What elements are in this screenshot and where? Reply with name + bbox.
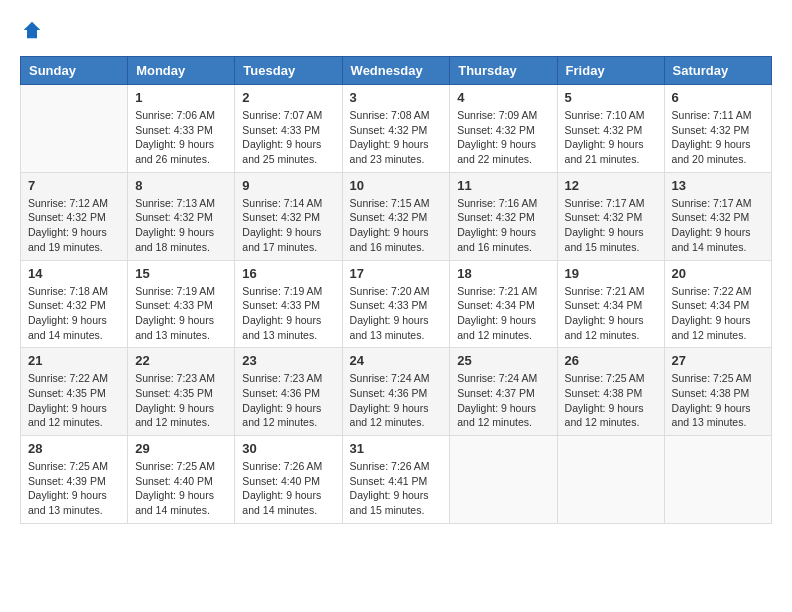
calendar-week-row: 1Sunrise: 7:06 AM Sunset: 4:33 PM Daylig… bbox=[21, 85, 772, 173]
weekday-header: Sunday bbox=[21, 57, 128, 85]
day-info: Sunrise: 7:10 AM Sunset: 4:32 PM Dayligh… bbox=[565, 108, 657, 167]
calendar-day-cell bbox=[664, 436, 771, 524]
day-number: 12 bbox=[565, 178, 657, 193]
calendar-day-cell: 29Sunrise: 7:25 AM Sunset: 4:40 PM Dayli… bbox=[128, 436, 235, 524]
day-number: 24 bbox=[350, 353, 443, 368]
weekday-header: Tuesday bbox=[235, 57, 342, 85]
calendar-day-cell: 23Sunrise: 7:23 AM Sunset: 4:36 PM Dayli… bbox=[235, 348, 342, 436]
day-info: Sunrise: 7:19 AM Sunset: 4:33 PM Dayligh… bbox=[135, 284, 227, 343]
calendar-day-cell: 22Sunrise: 7:23 AM Sunset: 4:35 PM Dayli… bbox=[128, 348, 235, 436]
calendar-day-cell bbox=[557, 436, 664, 524]
day-number: 6 bbox=[672, 90, 764, 105]
day-number: 8 bbox=[135, 178, 227, 193]
day-number: 14 bbox=[28, 266, 120, 281]
day-number: 11 bbox=[457, 178, 549, 193]
calendar-day-cell: 8Sunrise: 7:13 AM Sunset: 4:32 PM Daylig… bbox=[128, 172, 235, 260]
day-info: Sunrise: 7:22 AM Sunset: 4:34 PM Dayligh… bbox=[672, 284, 764, 343]
calendar-day-cell bbox=[21, 85, 128, 173]
calendar-day-cell: 14Sunrise: 7:18 AM Sunset: 4:32 PM Dayli… bbox=[21, 260, 128, 348]
calendar-day-cell: 19Sunrise: 7:21 AM Sunset: 4:34 PM Dayli… bbox=[557, 260, 664, 348]
day-number: 20 bbox=[672, 266, 764, 281]
calendar-day-cell: 27Sunrise: 7:25 AM Sunset: 4:38 PM Dayli… bbox=[664, 348, 771, 436]
svg-marker-0 bbox=[24, 22, 41, 39]
day-info: Sunrise: 7:23 AM Sunset: 4:36 PM Dayligh… bbox=[242, 371, 334, 430]
day-info: Sunrise: 7:24 AM Sunset: 4:37 PM Dayligh… bbox=[457, 371, 549, 430]
day-info: Sunrise: 7:13 AM Sunset: 4:32 PM Dayligh… bbox=[135, 196, 227, 255]
day-number: 25 bbox=[457, 353, 549, 368]
weekday-header: Friday bbox=[557, 57, 664, 85]
day-info: Sunrise: 7:15 AM Sunset: 4:32 PM Dayligh… bbox=[350, 196, 443, 255]
day-info: Sunrise: 7:07 AM Sunset: 4:33 PM Dayligh… bbox=[242, 108, 334, 167]
day-number: 4 bbox=[457, 90, 549, 105]
day-number: 19 bbox=[565, 266, 657, 281]
calendar-day-cell: 13Sunrise: 7:17 AM Sunset: 4:32 PM Dayli… bbox=[664, 172, 771, 260]
day-number: 1 bbox=[135, 90, 227, 105]
calendar-day-cell: 3Sunrise: 7:08 AM Sunset: 4:32 PM Daylig… bbox=[342, 85, 450, 173]
calendar-day-cell: 1Sunrise: 7:06 AM Sunset: 4:33 PM Daylig… bbox=[128, 85, 235, 173]
calendar-day-cell: 4Sunrise: 7:09 AM Sunset: 4:32 PM Daylig… bbox=[450, 85, 557, 173]
calendar-day-cell: 28Sunrise: 7:25 AM Sunset: 4:39 PM Dayli… bbox=[21, 436, 128, 524]
day-number: 16 bbox=[242, 266, 334, 281]
calendar-day-cell: 7Sunrise: 7:12 AM Sunset: 4:32 PM Daylig… bbox=[21, 172, 128, 260]
calendar-day-cell: 16Sunrise: 7:19 AM Sunset: 4:33 PM Dayli… bbox=[235, 260, 342, 348]
day-info: Sunrise: 7:06 AM Sunset: 4:33 PM Dayligh… bbox=[135, 108, 227, 167]
calendar-day-cell: 31Sunrise: 7:26 AM Sunset: 4:41 PM Dayli… bbox=[342, 436, 450, 524]
weekday-header: Thursday bbox=[450, 57, 557, 85]
day-info: Sunrise: 7:26 AM Sunset: 4:40 PM Dayligh… bbox=[242, 459, 334, 518]
day-number: 23 bbox=[242, 353, 334, 368]
day-number: 17 bbox=[350, 266, 443, 281]
calendar-day-cell: 11Sunrise: 7:16 AM Sunset: 4:32 PM Dayli… bbox=[450, 172, 557, 260]
day-info: Sunrise: 7:18 AM Sunset: 4:32 PM Dayligh… bbox=[28, 284, 120, 343]
calendar-day-cell: 12Sunrise: 7:17 AM Sunset: 4:32 PM Dayli… bbox=[557, 172, 664, 260]
day-info: Sunrise: 7:12 AM Sunset: 4:32 PM Dayligh… bbox=[28, 196, 120, 255]
calendar-day-cell: 30Sunrise: 7:26 AM Sunset: 4:40 PM Dayli… bbox=[235, 436, 342, 524]
calendar-day-cell: 24Sunrise: 7:24 AM Sunset: 4:36 PM Dayli… bbox=[342, 348, 450, 436]
day-info: Sunrise: 7:20 AM Sunset: 4:33 PM Dayligh… bbox=[350, 284, 443, 343]
day-info: Sunrise: 7:24 AM Sunset: 4:36 PM Dayligh… bbox=[350, 371, 443, 430]
calendar-header-row: SundayMondayTuesdayWednesdayThursdayFrid… bbox=[21, 57, 772, 85]
page-header bbox=[20, 20, 772, 40]
calendar-day-cell: 21Sunrise: 7:22 AM Sunset: 4:35 PM Dayli… bbox=[21, 348, 128, 436]
day-number: 7 bbox=[28, 178, 120, 193]
calendar-day-cell: 25Sunrise: 7:24 AM Sunset: 4:37 PM Dayli… bbox=[450, 348, 557, 436]
logo bbox=[20, 20, 42, 40]
calendar-day-cell: 15Sunrise: 7:19 AM Sunset: 4:33 PM Dayli… bbox=[128, 260, 235, 348]
day-number: 29 bbox=[135, 441, 227, 456]
day-number: 10 bbox=[350, 178, 443, 193]
day-info: Sunrise: 7:11 AM Sunset: 4:32 PM Dayligh… bbox=[672, 108, 764, 167]
calendar-day-cell bbox=[450, 436, 557, 524]
day-info: Sunrise: 7:14 AM Sunset: 4:32 PM Dayligh… bbox=[242, 196, 334, 255]
calendar-day-cell: 2Sunrise: 7:07 AM Sunset: 4:33 PM Daylig… bbox=[235, 85, 342, 173]
day-info: Sunrise: 7:17 AM Sunset: 4:32 PM Dayligh… bbox=[565, 196, 657, 255]
calendar-day-cell: 17Sunrise: 7:20 AM Sunset: 4:33 PM Dayli… bbox=[342, 260, 450, 348]
calendar-day-cell: 18Sunrise: 7:21 AM Sunset: 4:34 PM Dayli… bbox=[450, 260, 557, 348]
day-info: Sunrise: 7:08 AM Sunset: 4:32 PM Dayligh… bbox=[350, 108, 443, 167]
day-number: 3 bbox=[350, 90, 443, 105]
day-number: 13 bbox=[672, 178, 764, 193]
day-info: Sunrise: 7:25 AM Sunset: 4:38 PM Dayligh… bbox=[565, 371, 657, 430]
calendar-week-row: 7Sunrise: 7:12 AM Sunset: 4:32 PM Daylig… bbox=[21, 172, 772, 260]
calendar-day-cell: 20Sunrise: 7:22 AM Sunset: 4:34 PM Dayli… bbox=[664, 260, 771, 348]
day-number: 5 bbox=[565, 90, 657, 105]
day-number: 22 bbox=[135, 353, 227, 368]
calendar-day-cell: 10Sunrise: 7:15 AM Sunset: 4:32 PM Dayli… bbox=[342, 172, 450, 260]
day-number: 27 bbox=[672, 353, 764, 368]
weekday-header: Wednesday bbox=[342, 57, 450, 85]
day-info: Sunrise: 7:09 AM Sunset: 4:32 PM Dayligh… bbox=[457, 108, 549, 167]
calendar-table: SundayMondayTuesdayWednesdayThursdayFrid… bbox=[20, 56, 772, 524]
day-info: Sunrise: 7:25 AM Sunset: 4:38 PM Dayligh… bbox=[672, 371, 764, 430]
day-number: 21 bbox=[28, 353, 120, 368]
day-info: Sunrise: 7:21 AM Sunset: 4:34 PM Dayligh… bbox=[457, 284, 549, 343]
weekday-header: Saturday bbox=[664, 57, 771, 85]
calendar-day-cell: 6Sunrise: 7:11 AM Sunset: 4:32 PM Daylig… bbox=[664, 85, 771, 173]
calendar-week-row: 28Sunrise: 7:25 AM Sunset: 4:39 PM Dayli… bbox=[21, 436, 772, 524]
calendar-week-row: 14Sunrise: 7:18 AM Sunset: 4:32 PM Dayli… bbox=[21, 260, 772, 348]
day-number: 26 bbox=[565, 353, 657, 368]
day-number: 28 bbox=[28, 441, 120, 456]
day-info: Sunrise: 7:21 AM Sunset: 4:34 PM Dayligh… bbox=[565, 284, 657, 343]
day-number: 30 bbox=[242, 441, 334, 456]
calendar-day-cell: 5Sunrise: 7:10 AM Sunset: 4:32 PM Daylig… bbox=[557, 85, 664, 173]
day-number: 9 bbox=[242, 178, 334, 193]
day-info: Sunrise: 7:23 AM Sunset: 4:35 PM Dayligh… bbox=[135, 371, 227, 430]
day-info: Sunrise: 7:16 AM Sunset: 4:32 PM Dayligh… bbox=[457, 196, 549, 255]
